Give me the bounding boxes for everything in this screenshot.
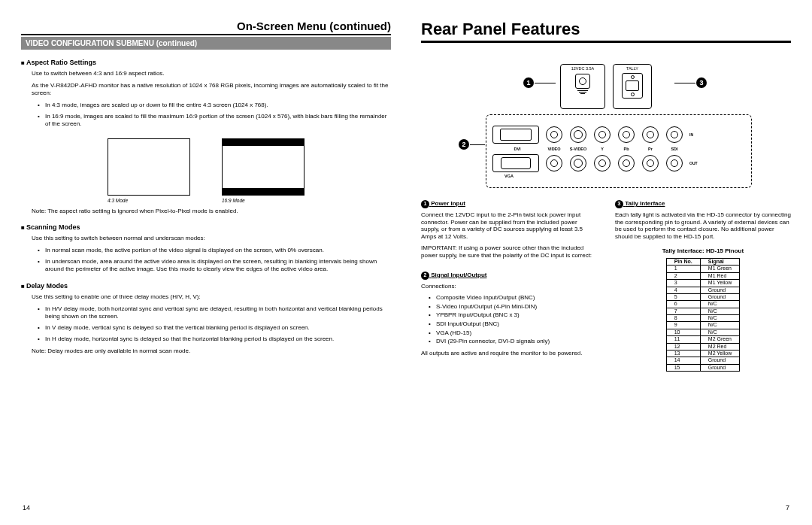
list-item: YPBPR Input/Output (BNC x 3) — [429, 311, 597, 319]
callout-3-badge: 3 — [615, 200, 623, 208]
diagram-16-9 — [222, 138, 304, 196]
aspect-bullets: In 4:3 mode, images are scaled up or dow… — [38, 102, 391, 128]
conn-label: Pr — [638, 147, 662, 151]
bnc-icon — [666, 126, 683, 143]
caption-16-9: 16:9 Mode — [222, 198, 304, 203]
callout-2-badge: 2 — [421, 272, 429, 280]
aspect-diagrams: 4:3 Mode 16:9 Mode — [21, 138, 391, 203]
table-row: 5Ground — [666, 293, 740, 300]
list-item: S-Video Input/Output (4-Pin Mini-DIN) — [429, 303, 597, 311]
tally-label: TALLY — [626, 66, 638, 71]
conn-label: DVI — [492, 147, 542, 151]
conn-label: VIDEO — [542, 147, 566, 151]
page-title-left: On-Screen Menu (continued) — [21, 18, 391, 34]
left-page: On-Screen Menu (continued) VIDEO CONFIGU… — [21, 18, 391, 372]
rear-panel-diagram: 1 3 2 12VDC 3.5A TALLY — [441, 64, 771, 188]
bnc-icon — [546, 155, 562, 171]
list-item: VGA (HD-15) — [429, 329, 597, 337]
tally-section: 3 Tally Interface Each tally light is ac… — [615, 200, 791, 372]
tally-heading: Tally Interface — [625, 200, 665, 207]
aspect-para: As the V-R842DP-AFHD monitor has a nativ… — [32, 82, 391, 97]
list-item: In 4:3 mode, images are scaled up or dow… — [38, 102, 391, 109]
table-row: 10N/C — [666, 329, 740, 335]
ground-icon — [577, 90, 588, 98]
table-row: 15Ground — [666, 364, 740, 371]
callout-3-icon: 3 — [696, 77, 707, 88]
list-item: In underscan mode, area around the activ… — [38, 258, 391, 273]
pinout-table: Pin No.Signal 1M1 Green 2M1 Red 3M1 Yell… — [666, 258, 741, 372]
list-item: In normal scan mode, the active portion … — [38, 247, 391, 254]
title-rule-right — [421, 41, 791, 43]
in-label: IN — [689, 132, 693, 137]
delay-bullets: In H/V delay mode, both horizontal sync … — [38, 305, 391, 343]
page-title-right: Rear Panel Features — [421, 18, 791, 41]
conn-label: S-VIDEO — [566, 147, 590, 151]
table-row: 1M1 Green — [666, 266, 740, 272]
callout-1-badge: 1 — [421, 200, 429, 208]
right-page: Rear Panel Features 1 3 2 12VDC 3.5A TAL… — [421, 18, 791, 372]
bnc-icon — [618, 126, 635, 143]
table-row: 12M2 Red — [666, 343, 740, 350]
aspect-intro: Use to switch between 4:3 and 16:9 aspec… — [32, 70, 391, 77]
signal-p2: All outputs are active and require the m… — [421, 350, 597, 357]
tally-p1: Each tally light is activated via the HD… — [615, 211, 791, 240]
conn-label: SDI — [662, 147, 686, 151]
table-row: 2M1 Red — [666, 272, 740, 279]
out-label: OUT — [689, 161, 698, 165]
section-title-band: VIDEO CONFIGURATION SUBMENU (continued) — [21, 34, 391, 50]
delay-heading: Delay Modes — [21, 282, 391, 290]
power-connector-box: 12VDC 3.5A — [560, 64, 605, 109]
scanning-heading: Scanning Modes — [21, 223, 391, 231]
caption-4-3: 4:3 Mode — [108, 198, 190, 203]
signal-bullets: Composite Video Input/Output (BNC) S-Vid… — [429, 294, 597, 345]
table-row: 14Ground — [666, 357, 740, 364]
table-row: 3M1 Yellow — [666, 280, 740, 287]
delay-note: Note: Delay modes are only available in … — [32, 347, 391, 354]
pinout-title: Tally Interface: HD-15 Pinout — [615, 247, 791, 255]
table-row: 11M2 Green — [666, 336, 740, 343]
submenu-band: VIDEO CONFIGURATION SUBMENU (continued) — [21, 37, 391, 50]
list-item: In 16:9 mode, images are scaled to fill … — [38, 113, 391, 128]
bnc-icon — [666, 155, 683, 171]
callout-1-icon: 1 — [523, 77, 534, 88]
signal-heading: Signal Input/Output — [431, 272, 486, 278]
table-row: 8N/C — [666, 315, 740, 322]
page-number-left: 14 — [23, 504, 30, 511]
diagram-4-3 — [108, 138, 190, 196]
bnc-icon — [642, 155, 659, 171]
bnc-icon — [594, 155, 611, 171]
table-row: 4Ground — [666, 287, 740, 293]
power-heading: Power Input — [431, 200, 465, 207]
table-row: 6N/C — [666, 301, 740, 308]
delay-intro: Use this setting to enable one of three … — [32, 293, 391, 301]
th-pin: Pin No. — [666, 258, 700, 265]
bnc-icon — [618, 155, 635, 171]
callout-2-icon: 2 — [459, 139, 469, 150]
conn-label: Y — [590, 147, 614, 151]
power-p2: IMPORTANT: If using a power source other… — [421, 244, 597, 259]
tally-connector-box: TALLY — [613, 64, 652, 109]
dvi-connector-icon — [492, 126, 539, 144]
signal-p1: Connections: — [421, 283, 597, 290]
io-panel: IN DVI VIDEO S-VIDEO Y Pb Pr SDI — [486, 114, 752, 188]
list-item: Composite Video Input/Output (BNC) — [429, 294, 597, 302]
table-row: 13M2 Yellow — [666, 351, 740, 357]
bnc-icon — [546, 126, 562, 143]
list-item: DVI (29-Pin connector, DVI-D signals onl… — [429, 338, 597, 345]
aspect-heading: Aspect Ratio Settings — [21, 59, 391, 66]
bnc-icon — [642, 126, 659, 143]
page-number-right: 7 — [786, 504, 789, 511]
th-signal: Signal — [700, 258, 740, 265]
svideo-icon — [570, 155, 586, 171]
scanning-intro: Use this setting to switch between norma… — [32, 235, 391, 242]
vga-label: VGA — [504, 174, 745, 178]
scanning-bullets: In normal scan mode, the active portion … — [38, 247, 391, 273]
power-section: 1 Power Input Connect the 12VDC input to… — [421, 200, 597, 372]
power-label: 12VDC 3.5A — [571, 66, 595, 71]
power-p1: Connect the 12VDC input to the 2-Pin twi… — [421, 211, 597, 240]
table-row: 9N/C — [666, 322, 740, 329]
conn-label: Pb — [614, 147, 638, 151]
list-item: In V delay mode, vertical sync is delaye… — [38, 324, 391, 332]
aspect-note: Note: The aspect ratio setting is ignore… — [32, 208, 391, 214]
db15-icon — [622, 73, 643, 99]
